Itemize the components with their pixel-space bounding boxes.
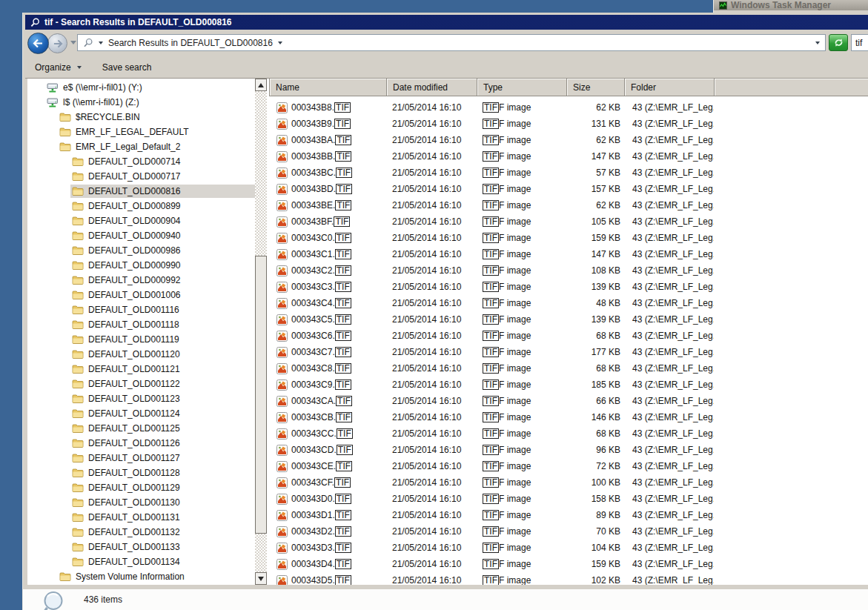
scrollbar-track[interactable] xyxy=(255,534,267,572)
file-name-cell[interactable]: 000343C1.TIF xyxy=(269,249,386,260)
forward-button[interactable] xyxy=(47,33,67,53)
file-row[interactable]: 000343CD.TIF21/05/2014 16:10TIFF image96… xyxy=(269,442,868,458)
file-name-cell[interactable]: 000343B8.TIF xyxy=(269,102,386,113)
tree-item[interactable]: DEFAULT_OLD001122 xyxy=(27,377,255,391)
address-bar[interactable]: Search Results in DEFAULT_OLD000816 xyxy=(77,34,826,51)
file-name-cell[interactable]: 000343C2.TIF xyxy=(269,265,386,276)
file-row[interactable]: 000343D4.TIF21/05/2014 16:10TIFF image15… xyxy=(269,556,868,572)
back-button[interactable] xyxy=(27,33,49,54)
file-name-cell[interactable]: 000343CB.TIF xyxy=(269,412,386,423)
tree-item[interactable]: DEFAULT_OLD001118 xyxy=(27,317,255,332)
tree-item[interactable]: DEFAULT_OLD001125 xyxy=(27,421,255,436)
column-header-size[interactable]: Size xyxy=(567,79,625,96)
file-row[interactable]: 000343C5.TIF21/05/2014 16:10TIFF image13… xyxy=(269,311,868,328)
scrollbar-track[interactable] xyxy=(255,91,267,256)
file-name-cell[interactable]: 000343D0.TIF xyxy=(269,494,386,505)
refresh-button[interactable] xyxy=(829,34,848,51)
tree-item[interactable]: DEFAULT_OLD001129 xyxy=(27,480,255,495)
file-row[interactable]: 000343C9.TIF21/05/2014 16:10TIFF image18… xyxy=(269,377,868,393)
file-name-cell[interactable]: 000343BF.TIF xyxy=(269,216,386,228)
file-name-cell[interactable]: 000343C4.TIF xyxy=(269,298,386,309)
tree-item[interactable]: DEFAULT_OLD001130 xyxy=(27,495,255,510)
file-row[interactable]: 000343BE.TIF21/05/2014 16:10TIFF image62… xyxy=(269,197,868,213)
search-box[interactable] xyxy=(851,34,868,51)
tree-item[interactable]: DEFAULT_OLD001127 xyxy=(27,451,255,465)
chevron-down-icon[interactable] xyxy=(99,42,103,44)
file-row[interactable]: 000343CB.TIF21/05/2014 16:10TIFF image14… xyxy=(269,409,868,425)
file-name-cell[interactable]: 000343BD.TIF xyxy=(269,184,386,195)
tree-item[interactable]: DEFAULT_OLD000717 xyxy=(27,169,255,184)
file-row[interactable]: 000343D5.TIF21/05/2014 16:10TIFF image10… xyxy=(269,572,868,585)
column-header-type[interactable]: Type xyxy=(477,79,567,96)
scroll-up-button[interactable] xyxy=(255,79,267,91)
file-row[interactable]: 000343B9.TIF21/05/2014 16:10TIFF image13… xyxy=(269,116,868,132)
tree-item[interactable]: e$ (\\emr-i-fil01) (Y:) xyxy=(27,80,255,95)
tree-item[interactable]: DEFAULT_OLD001133 xyxy=(27,540,255,554)
file-row[interactable]: 000343C6.TIF21/05/2014 16:10TIFF image68… xyxy=(269,328,868,344)
tree-item[interactable]: DEFAULT_OLD001124 xyxy=(27,406,255,421)
recent-pages-dropdown[interactable] xyxy=(70,41,76,44)
file-row[interactable]: 000343C2.TIF21/05/2014 16:10TIFF image10… xyxy=(269,262,868,279)
save-search-button[interactable]: Save search xyxy=(102,62,152,73)
tree-item[interactable]: DEFAULT_OLD001120 xyxy=(27,347,255,362)
tree-item[interactable]: DEFAULT_OLD001123 xyxy=(27,391,255,406)
file-name-cell[interactable]: 000343BC.TIF xyxy=(269,168,386,179)
file-row[interactable]: 000343B8.TIF21/05/2014 16:10TIFF image62… xyxy=(269,99,868,116)
file-name-cell[interactable]: 000343CC.TIF xyxy=(269,428,386,440)
breadcrumb[interactable]: Search Results in DEFAULT_OLD000816 xyxy=(108,38,273,48)
tree-item[interactable]: DEFAULT_OLD000904 xyxy=(27,213,255,228)
file-name-cell[interactable]: 000343D1.TIF xyxy=(269,510,386,521)
file-row[interactable]: 000343CA.TIF21/05/2014 16:10TIFF image66… xyxy=(269,393,868,409)
tree-item[interactable]: DEFAULT_OLD000816 xyxy=(27,184,255,199)
file-name-cell[interactable]: 000343C3.TIF xyxy=(269,282,386,293)
column-header-name[interactable]: Name xyxy=(270,79,387,96)
file-row[interactable]: 000343C4.TIF21/05/2014 16:10TIFF image48… xyxy=(269,295,868,311)
tree-item[interactable]: DEFAULT_OLD001121 xyxy=(27,362,255,377)
tree-scrollbar[interactable] xyxy=(255,79,267,585)
file-row[interactable]: 000343D0.TIF21/05/2014 16:10TIFF image15… xyxy=(269,491,868,507)
file-row[interactable]: 000343BD.TIF21/05/2014 16:10TIFF image15… xyxy=(269,181,868,197)
file-row[interactable]: 000343BF.TIF21/05/2014 16:10TIFF image10… xyxy=(269,213,868,230)
scroll-down-button[interactable] xyxy=(255,572,267,585)
tree-item[interactable]: DEFAULT_OLD001131 xyxy=(27,510,255,525)
tree-item[interactable]: EMR_LF_LEGAL_DEFAULT xyxy=(27,125,255,139)
file-row[interactable]: 000343D3.TIF21/05/2014 16:10TIFF image10… xyxy=(269,540,868,556)
search-input[interactable] xyxy=(855,38,868,48)
tree-item[interactable]: DEFAULT_OLD000940 xyxy=(27,228,255,243)
tree-item[interactable]: l$ (\\emr-i-fil01) (Z:) xyxy=(27,95,255,110)
file-row[interactable]: 000343CC.TIF21/05/2014 16:10TIFF image68… xyxy=(269,425,868,442)
file-row[interactable]: 000343C7.TIF21/05/2014 16:10TIFF image17… xyxy=(269,344,868,360)
file-row[interactable]: 000343C0.TIF21/05/2014 16:10TIFF image15… xyxy=(269,230,868,246)
tree-item[interactable]: DEFAULT_OLD000992 xyxy=(27,273,255,288)
file-name-cell[interactable]: 000343D3.TIF xyxy=(269,543,386,554)
file-name-cell[interactable]: 000343C5.TIF xyxy=(269,314,386,325)
file-row[interactable]: 000343BA.TIF21/05/2014 16:10TIFF image62… xyxy=(269,132,868,148)
tree-item[interactable]: DEFAULT_OLD000986 xyxy=(27,243,255,258)
file-name-cell[interactable]: 000343B9.TIF xyxy=(269,119,386,130)
file-name-cell[interactable]: 000343C0.TIF xyxy=(269,233,386,244)
file-name-cell[interactable]: 000343CF.TIF xyxy=(269,477,386,488)
file-name-cell[interactable]: 000343D4.TIF xyxy=(269,559,386,570)
column-header-folder[interactable]: Folder xyxy=(625,79,715,96)
file-name-cell[interactable]: 000343C6.TIF xyxy=(269,331,386,342)
organize-button[interactable]: Organize xyxy=(35,62,82,73)
tree-item[interactable]: System Volume Information xyxy=(27,569,255,584)
tree-item[interactable]: DEFAULT_OLD001006 xyxy=(27,288,255,302)
file-name-cell[interactable]: 000343C8.TIF xyxy=(269,363,386,374)
tree-item[interactable]: DEFAULT_OLD001128 xyxy=(27,465,255,480)
scrollbar-thumb[interactable] xyxy=(255,256,267,534)
file-name-cell[interactable]: 000343CE.TIF xyxy=(269,461,386,472)
file-name-cell[interactable]: 000343CD.TIF xyxy=(269,445,386,456)
file-name-cell[interactable]: 000343C9.TIF xyxy=(269,379,386,391)
tree-item[interactable]: DEFAULT_OLD001132 xyxy=(27,525,255,540)
file-name-cell[interactable]: 000343BE.TIF xyxy=(269,200,386,211)
file-name-cell[interactable]: 000343BB.TIF xyxy=(269,151,386,162)
file-row[interactable]: 000343D2.TIF21/05/2014 16:10TIFF image70… xyxy=(269,523,868,540)
tree-item[interactable]: DEFAULT_OLD000899 xyxy=(27,199,255,213)
file-row[interactable]: 000343C8.TIF21/05/2014 16:10TIFF image68… xyxy=(269,360,868,377)
tree-item[interactable]: DEFAULT_OLD001126 xyxy=(27,436,255,451)
file-row[interactable]: 000343BC.TIF21/05/2014 16:10TIFF image57… xyxy=(269,165,868,181)
file-name-cell[interactable]: 000343D2.TIF xyxy=(269,526,386,537)
file-row[interactable]: 000343CE.TIF21/05/2014 16:10TIFF image72… xyxy=(269,458,868,474)
taskman-title-bar[interactable]: Windows Task Manager xyxy=(713,0,868,10)
